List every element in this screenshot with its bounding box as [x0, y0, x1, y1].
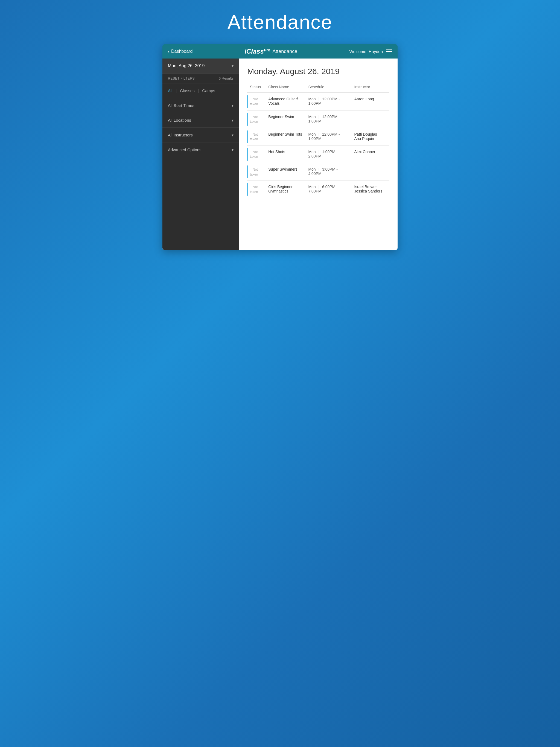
filter-start-times[interactable]: All Start Times ▾: [162, 98, 239, 113]
schedule-pipe: |: [317, 167, 321, 172]
schedule-pipe: |: [317, 114, 321, 119]
filter-tabs: All | Classes | Camps: [162, 83, 239, 98]
back-chevron-icon: ‹: [168, 49, 170, 54]
date-selector[interactable]: Mon, Aug 26, 2019 ▾: [162, 58, 239, 74]
class-name-cell[interactable]: Super Swimmers: [265, 163, 305, 181]
sidebar: Mon, Aug 26, 2019 ▾ RESET FILTERS 6 Resu…: [162, 58, 239, 250]
date-chevron-icon: ▾: [232, 64, 233, 68]
class-name-cell[interactable]: Beginner Swim: [265, 110, 305, 128]
class-name-cell[interactable]: Beginner Swim Tots: [265, 128, 305, 146]
status-cell: Not taken: [247, 181, 265, 198]
main-content: Mon, Aug 26, 2019 ▾ RESET FILTERS 6 Resu…: [162, 58, 398, 250]
schedule-cell: Mon | 12:00PM - 1:00PM: [305, 110, 351, 128]
nav-app-title: Attendance: [272, 49, 297, 54]
instructor-name: Patti Douglas: [354, 132, 387, 136]
table-header-row: Status Class Name Schedule Instructor: [247, 83, 389, 93]
filter-start-times-chevron: ▾: [232, 103, 233, 108]
filter-advanced-chevron: ▾: [232, 148, 233, 152]
schedule-pipe: |: [317, 185, 321, 189]
instructor-cell: Israel BrewerJessica Sanders: [351, 181, 389, 198]
filter-header: RESET FILTERS 6 Results: [162, 74, 239, 83]
schedule-pipe: |: [317, 150, 321, 154]
col-header-instructor: Instructor: [351, 83, 389, 93]
tab-camps[interactable]: Camps: [202, 87, 215, 94]
hamburger-line-2: [386, 51, 392, 52]
schedule-pipe: |: [317, 132, 321, 136]
date-selector-text: Mon, Aug 26, 2019: [168, 63, 205, 68]
col-header-status: Status: [247, 83, 265, 93]
app-container: ‹ Dashboard iClassPro Attendance Welcome…: [162, 44, 398, 250]
hamburger-menu[interactable]: [386, 50, 392, 53]
schedule-day: Mon: [308, 132, 315, 136]
schedule-cell: Mon | 12:00PM - 1:00PM: [305, 128, 351, 146]
back-label: Dashboard: [171, 49, 193, 54]
main-panel: Monday, August 26, 2019 Status Class Nam…: [239, 58, 398, 250]
col-header-schedule: Schedule: [305, 83, 351, 93]
filter-locations-chevron: ▾: [232, 118, 233, 123]
schedule-table: Status Class Name Schedule Instructor No…: [247, 83, 389, 198]
status-cell: Not taken: [247, 128, 265, 146]
class-name-cell[interactable]: Hot Shots: [265, 146, 305, 163]
filter-start-times-label: All Start Times: [168, 103, 195, 108]
instructor-cell: Alex Conner: [351, 146, 389, 163]
status-cell: Not taken: [247, 93, 265, 110]
table-row[interactable]: Not takenHot ShotsMon | 1:00PM - 2:00PMA…: [247, 146, 389, 163]
tab-divider-1: |: [176, 88, 177, 93]
status-text: Not taken: [250, 168, 258, 176]
tab-divider-2: |: [198, 88, 199, 93]
status-cell: Not taken: [247, 146, 265, 163]
instructor-name: Israel Brewer: [354, 185, 387, 189]
filter-instructors-chevron: ▾: [232, 133, 233, 137]
schedule-day: Mon: [308, 97, 315, 101]
page-background-title: Attendance: [5, 11, 555, 33]
tab-all[interactable]: All: [168, 87, 173, 94]
filter-instructors-label: All Instructors: [168, 133, 193, 137]
instructor-cell: [351, 110, 389, 128]
welcome-text: Welcome, Hayden: [350, 49, 383, 54]
status-text: Not taken: [250, 185, 258, 194]
schedule-cell: Mon | 3:00PM - 4:00PM: [305, 163, 351, 181]
tab-classes[interactable]: Classes: [180, 87, 195, 94]
table-row[interactable]: Not takenAdvanced Guitar/ VocalsMon | 12…: [247, 93, 389, 110]
schedule-cell: Mon | 1:00PM - 2:00PM: [305, 146, 351, 163]
schedule-day: Mon: [308, 150, 315, 154]
nav-logo: iClassPro Attendance: [245, 48, 298, 55]
filter-advanced-options-label: Advanced Options: [168, 147, 202, 152]
hamburger-line-1: [386, 50, 392, 50]
status-text: Not taken: [250, 133, 258, 141]
reset-filters-button[interactable]: RESET FILTERS: [168, 77, 195, 80]
instructor-name: Ana Paquin: [354, 136, 387, 141]
class-name-cell[interactable]: Advanced Guitar/ Vocals: [265, 93, 305, 110]
instructor-cell: Patti DouglasAna Paquin: [351, 128, 389, 146]
instructor-cell: Aaron Long: [351, 93, 389, 110]
filter-locations-label: All Locations: [168, 118, 191, 123]
table-row[interactable]: Not takenBeginner SwimMon | 12:00PM - 1:…: [247, 110, 389, 128]
filter-locations[interactable]: All Locations ▾: [162, 113, 239, 128]
filter-instructors[interactable]: All Instructors ▾: [162, 128, 239, 143]
status-cell: Not taken: [247, 163, 265, 181]
instructor-name: Jessica Sanders: [354, 189, 387, 193]
logo-text: iClassPro: [245, 48, 271, 55]
schedule-cell: Mon | 6:00PM - 7:00PM: [305, 181, 351, 198]
instructor-cell: [351, 163, 389, 181]
status-text: Not taken: [250, 150, 258, 159]
schedule-pipe: |: [317, 97, 321, 101]
status-text: Not taken: [250, 97, 258, 106]
table-row[interactable]: Not takenBeginner Swim TotsMon | 12:00PM…: [247, 128, 389, 146]
status-text: Not taken: [250, 115, 258, 124]
status-cell: Not taken: [247, 110, 265, 128]
schedule-cell: Mon | 12:00PM - 1:00PM: [305, 93, 351, 110]
back-to-dashboard[interactable]: ‹ Dashboard: [168, 49, 193, 54]
schedule-day: Mon: [308, 114, 315, 119]
class-name-cell[interactable]: Girls Beginner Gymnastics: [265, 181, 305, 198]
table-row[interactable]: Not takenGirls Beginner GymnasticsMon | …: [247, 181, 389, 198]
schedule-day: Mon: [308, 167, 315, 172]
day-heading: Monday, August 26, 2019: [247, 67, 389, 76]
results-count: 6 Results: [219, 76, 233, 80]
hamburger-line-3: [386, 53, 392, 53]
schedule-day: Mon: [308, 185, 315, 189]
filter-advanced-options[interactable]: Advanced Options ▾: [162, 143, 239, 157]
table-row[interactable]: Not takenSuper SwimmersMon | 3:00PM - 4:…: [247, 163, 389, 181]
col-header-classname: Class Name: [265, 83, 305, 93]
nav-right: Welcome, Hayden: [350, 49, 392, 54]
